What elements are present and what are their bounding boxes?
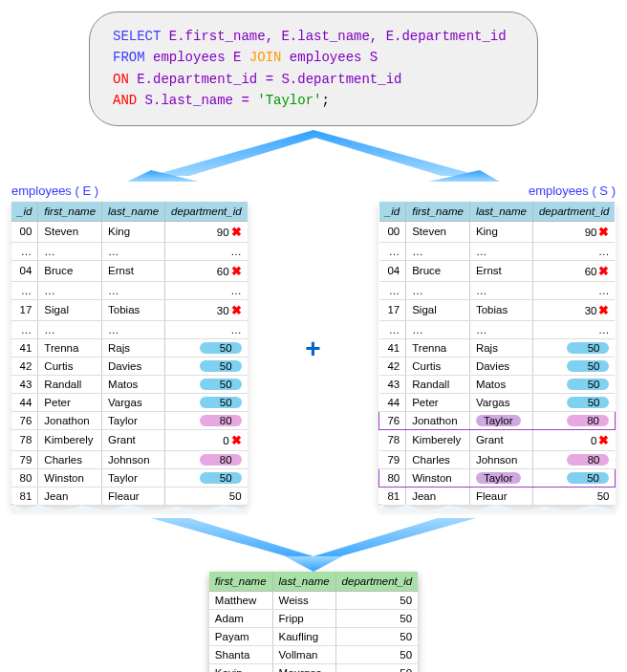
employees-e-label: employees ( E )	[11, 184, 248, 198]
query-line-2: FROM employees E JOIN employees S	[113, 47, 514, 68]
table-row: 79CharlesJohnson80	[11, 450, 248, 468]
cell-ln: Taylor	[469, 468, 532, 487]
cell-ln: Vargas	[102, 393, 165, 411]
table-row: 81JeanFleaur50	[379, 487, 616, 505]
cell-fn: Charles	[38, 450, 102, 468]
x-mark-icon: ✖	[596, 303, 609, 317]
table-row: 41TrennaRajs50	[11, 338, 248, 357]
table-row: 41TrennaRajs50	[379, 338, 616, 357]
table-row: …………	[11, 281, 248, 299]
table-row: 00StevenKing90✖	[379, 221, 616, 242]
table-row: …………	[379, 320, 616, 338]
cell-ln: …	[102, 320, 165, 338]
query-line-1: SELECT E.first_name, E.last_name, E.depa…	[113, 26, 514, 47]
x-mark-icon: ✖	[596, 225, 609, 239]
source-tables-area: employees ( E ) _id first_name last_name…	[11, 184, 616, 514]
cell-fn: …	[38, 242, 102, 260]
table-row: 44PeterVargas50	[11, 393, 248, 411]
cell-id: 17	[379, 299, 406, 320]
kw-on: ON	[113, 72, 137, 87]
cell-id: 44	[379, 393, 406, 411]
cell-fn: …	[406, 242, 470, 260]
cell-dep: 50	[335, 591, 418, 609]
plus-icon: +	[301, 334, 324, 364]
cell-dep: 90✖	[165, 221, 248, 242]
cell-id: 81	[379, 487, 406, 505]
table-row: ShantaVollman50	[209, 645, 418, 663]
table-row: …………	[379, 281, 616, 299]
table-row: 44PeterVargas50	[379, 393, 616, 411]
table-row: 78KimberelyGrant0✖	[11, 429, 248, 450]
table-row: 80WinstonTaylor50	[11, 468, 248, 487]
cell-dep: …	[532, 281, 615, 299]
cell-dep: 50	[532, 357, 615, 375]
cell-dep: 50	[165, 393, 248, 411]
cell-fn: Steven	[406, 221, 470, 242]
cell-dep: 80	[165, 450, 248, 468]
cell-fn: Jean	[38, 487, 102, 505]
cell-ln: …	[469, 281, 532, 299]
x-mark-icon: ✖	[596, 264, 609, 278]
cell-fn: Curtis	[38, 357, 102, 375]
cell-dep: 0✖	[532, 429, 615, 450]
svg-marker-0	[151, 130, 480, 176]
cell-id: 76	[11, 411, 38, 429]
cell-ln: Tobias	[469, 299, 532, 320]
cell-id: 04	[11, 260, 38, 281]
cell-ln: Taylor	[102, 411, 165, 429]
cell-fn: Randall	[406, 375, 470, 393]
cell-dep: …	[532, 242, 615, 260]
cell-dep: 60✖	[532, 260, 615, 281]
col-dep: department_id	[165, 202, 248, 222]
employees-e-table: _id first_name last_name department_id 0…	[11, 202, 248, 506]
cell-ln: Rajs	[469, 338, 532, 357]
semicolon: ;	[321, 93, 329, 108]
result-table: first_name last_name department_id Matth…	[209, 572, 418, 672]
cell-dep: 50	[532, 468, 615, 487]
cell-fn: Sigal	[406, 299, 470, 320]
table-row: …………	[11, 320, 248, 338]
employees-s-table-wrap: employees ( S ) _id first_name last_name…	[378, 184, 616, 514]
cell-id: 00	[379, 221, 406, 242]
cell-ln: King	[469, 221, 532, 242]
col-fn: first_name	[406, 202, 470, 222]
cell-id: 41	[379, 338, 406, 357]
cell-id: …	[11, 281, 38, 299]
cell-dep: 50	[532, 393, 615, 411]
cell-ln: Taylor	[469, 411, 532, 429]
cell-fn: …	[406, 320, 470, 338]
kw-join: JOIN	[249, 50, 290, 65]
cell-id: 00	[11, 221, 38, 242]
cell-dep: 80	[165, 411, 248, 429]
select-cols: E.first_name, E.last_name, E.department_…	[169, 29, 507, 44]
cell-id: 81	[11, 487, 38, 505]
table-row: …………	[379, 242, 616, 260]
and-val: 'Taylor'	[257, 93, 321, 108]
cell-id: 79	[379, 450, 406, 468]
cell-dep: 30✖	[532, 299, 615, 320]
employees-e-table-wrap: employees ( E ) _id first_name last_name…	[11, 184, 248, 514]
cell-dep: 80	[532, 411, 615, 429]
cell-ln: Johnson	[102, 450, 165, 468]
kw-select: SELECT	[113, 29, 169, 44]
cell-dep: …	[165, 242, 248, 260]
cell-fn: Jonathon	[406, 411, 470, 429]
cell-id: 78	[379, 429, 406, 450]
cell-dep: 30✖	[165, 299, 248, 320]
cell-id: 42	[11, 357, 38, 375]
cell-id: …	[11, 242, 38, 260]
cell-ln: Grant	[102, 429, 165, 450]
table-row: 43RandallMatos50	[11, 375, 248, 393]
cell-dep: 50	[165, 338, 248, 357]
cell-fn: Payam	[209, 627, 272, 645]
cell-ln: Kaufling	[272, 627, 335, 645]
cell-dep: 50	[165, 468, 248, 487]
cell-id: 80	[11, 468, 38, 487]
cell-id: 43	[11, 375, 38, 393]
table-row: 17SigalTobias30✖	[11, 299, 248, 320]
cell-dep: …	[165, 320, 248, 338]
cell-ln: Fleaur	[469, 487, 532, 505]
cell-id: 80	[379, 468, 406, 487]
cell-ln: …	[102, 242, 165, 260]
cell-fn: Charles	[406, 450, 470, 468]
